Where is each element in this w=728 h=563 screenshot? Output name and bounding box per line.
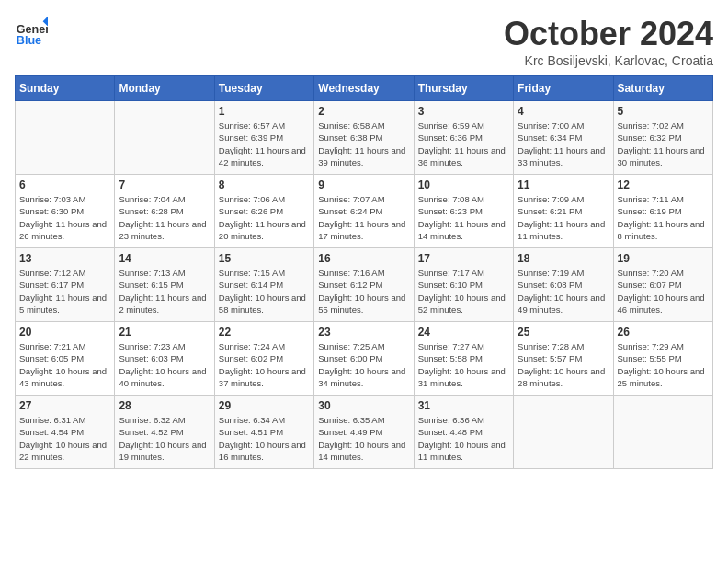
calendar-week-row: 6Sunrise: 7:03 AM Sunset: 6:30 PM Daylig… bbox=[16, 175, 713, 248]
title-area: October 2024 Krc Bosiljevski, Karlovac, … bbox=[504, 15, 713, 68]
day-info: Sunrise: 7:15 AM Sunset: 6:14 PM Dayligh… bbox=[219, 267, 310, 316]
day-number: 6 bbox=[19, 178, 110, 191]
day-number: 19 bbox=[618, 252, 709, 265]
table-row: 18Sunrise: 7:19 AM Sunset: 6:08 PM Dayli… bbox=[514, 248, 613, 322]
day-info: Sunrise: 6:35 AM Sunset: 4:49 PM Dayligh… bbox=[318, 414, 409, 463]
day-info: Sunrise: 7:03 AM Sunset: 6:30 PM Dayligh… bbox=[19, 193, 110, 242]
day-info: Sunrise: 7:06 AM Sunset: 6:26 PM Dayligh… bbox=[219, 193, 310, 242]
table-row: 10Sunrise: 7:08 AM Sunset: 6:23 PM Dayli… bbox=[414, 175, 513, 248]
table-row: 12Sunrise: 7:11 AM Sunset: 6:19 PM Dayli… bbox=[613, 175, 712, 248]
day-number: 8 bbox=[219, 178, 310, 191]
col-thursday: Thursday bbox=[414, 76, 513, 101]
table-row: 25Sunrise: 7:28 AM Sunset: 5:57 PM Dayli… bbox=[514, 322, 613, 396]
day-number: 5 bbox=[618, 105, 709, 118]
svg-text:Blue: Blue bbox=[17, 34, 41, 47]
table-row: 22Sunrise: 7:24 AM Sunset: 6:02 PM Dayli… bbox=[214, 322, 313, 396]
col-friday: Friday bbox=[514, 76, 613, 101]
table-row: 4Sunrise: 7:00 AM Sunset: 6:34 PM Daylig… bbox=[514, 101, 613, 175]
day-number: 28 bbox=[119, 399, 210, 412]
day-info: Sunrise: 7:11 AM Sunset: 6:19 PM Dayligh… bbox=[618, 193, 709, 242]
day-info: Sunrise: 6:57 AM Sunset: 6:39 PM Dayligh… bbox=[219, 120, 310, 168]
table-row: 27Sunrise: 6:31 AM Sunset: 4:54 PM Dayli… bbox=[16, 396, 115, 469]
table-row: 11Sunrise: 7:09 AM Sunset: 6:21 PM Dayli… bbox=[514, 175, 613, 248]
calendar-week-row: 27Sunrise: 6:31 AM Sunset: 4:54 PM Dayli… bbox=[16, 396, 713, 469]
table-row: 29Sunrise: 6:34 AM Sunset: 4:51 PM Dayli… bbox=[214, 396, 313, 469]
day-info: Sunrise: 7:08 AM Sunset: 6:23 PM Dayligh… bbox=[418, 193, 509, 242]
table-row bbox=[16, 101, 115, 175]
table-row: 1Sunrise: 6:57 AM Sunset: 6:39 PM Daylig… bbox=[214, 101, 313, 175]
logo: General Blue bbox=[15, 15, 48, 48]
day-info: Sunrise: 6:31 AM Sunset: 4:54 PM Dayligh… bbox=[19, 414, 110, 463]
table-row: 6Sunrise: 7:03 AM Sunset: 6:30 PM Daylig… bbox=[16, 175, 115, 248]
day-number: 26 bbox=[618, 326, 709, 339]
table-row: 31Sunrise: 6:36 AM Sunset: 4:48 PM Dayli… bbox=[414, 396, 513, 469]
day-number: 11 bbox=[518, 178, 609, 191]
day-info: Sunrise: 6:58 AM Sunset: 6:38 PM Dayligh… bbox=[318, 120, 409, 168]
table-row: 8Sunrise: 7:06 AM Sunset: 6:26 PM Daylig… bbox=[214, 175, 313, 248]
table-row: 28Sunrise: 6:32 AM Sunset: 4:52 PM Dayli… bbox=[115, 396, 214, 469]
calendar-header-row: Sunday Monday Tuesday Wednesday Thursday… bbox=[16, 76, 713, 101]
day-info: Sunrise: 7:13 AM Sunset: 6:15 PM Dayligh… bbox=[119, 267, 210, 316]
day-number: 12 bbox=[618, 178, 709, 191]
day-info: Sunrise: 7:04 AM Sunset: 6:28 PM Dayligh… bbox=[119, 193, 210, 242]
day-info: Sunrise: 7:00 AM Sunset: 6:34 PM Dayligh… bbox=[518, 120, 609, 168]
day-number: 23 bbox=[318, 326, 409, 339]
table-row: 26Sunrise: 7:29 AM Sunset: 5:55 PM Dayli… bbox=[613, 322, 712, 396]
day-number: 20 bbox=[19, 326, 110, 339]
table-row: 3Sunrise: 6:59 AM Sunset: 6:36 PM Daylig… bbox=[414, 101, 513, 175]
day-number: 22 bbox=[219, 326, 310, 339]
table-row: 9Sunrise: 7:07 AM Sunset: 6:24 PM Daylig… bbox=[314, 175, 414, 248]
table-row: 17Sunrise: 7:17 AM Sunset: 6:10 PM Dayli… bbox=[414, 248, 513, 322]
day-number: 1 bbox=[219, 105, 310, 118]
day-number: 18 bbox=[518, 252, 609, 265]
table-row: 2Sunrise: 6:58 AM Sunset: 6:38 PM Daylig… bbox=[314, 101, 414, 175]
table-row bbox=[613, 396, 712, 469]
day-number: 17 bbox=[418, 252, 509, 265]
col-tuesday: Tuesday bbox=[214, 76, 313, 101]
day-info: Sunrise: 7:02 AM Sunset: 6:32 PM Dayligh… bbox=[618, 120, 709, 168]
location-subtitle: Krc Bosiljevski, Karlovac, Croatia bbox=[504, 53, 713, 68]
table-row: 15Sunrise: 7:15 AM Sunset: 6:14 PM Dayli… bbox=[214, 248, 313, 322]
day-number: 2 bbox=[318, 105, 409, 118]
table-row: 14Sunrise: 7:13 AM Sunset: 6:15 PM Dayli… bbox=[115, 248, 214, 322]
day-number: 21 bbox=[119, 326, 210, 339]
day-info: Sunrise: 6:32 AM Sunset: 4:52 PM Dayligh… bbox=[119, 414, 210, 463]
table-row: 24Sunrise: 7:27 AM Sunset: 5:58 PM Dayli… bbox=[414, 322, 513, 396]
col-sunday: Sunday bbox=[16, 76, 115, 101]
day-info: Sunrise: 7:27 AM Sunset: 5:58 PM Dayligh… bbox=[418, 340, 509, 389]
calendar-week-row: 20Sunrise: 7:21 AM Sunset: 6:05 PM Dayli… bbox=[16, 322, 713, 396]
day-info: Sunrise: 7:07 AM Sunset: 6:24 PM Dayligh… bbox=[318, 193, 409, 242]
day-info: Sunrise: 7:23 AM Sunset: 6:03 PM Dayligh… bbox=[119, 340, 210, 389]
table-row: 20Sunrise: 7:21 AM Sunset: 6:05 PM Dayli… bbox=[16, 322, 115, 396]
day-number: 3 bbox=[418, 105, 509, 118]
table-row: 13Sunrise: 7:12 AM Sunset: 6:17 PM Dayli… bbox=[16, 248, 115, 322]
day-info: Sunrise: 6:34 AM Sunset: 4:51 PM Dayligh… bbox=[219, 414, 310, 463]
calendar-week-row: 1Sunrise: 6:57 AM Sunset: 6:39 PM Daylig… bbox=[16, 101, 713, 175]
table-row: 19Sunrise: 7:20 AM Sunset: 6:07 PM Dayli… bbox=[613, 248, 712, 322]
day-info: Sunrise: 7:16 AM Sunset: 6:12 PM Dayligh… bbox=[318, 267, 409, 316]
col-saturday: Saturday bbox=[613, 76, 712, 101]
table-row: 5Sunrise: 7:02 AM Sunset: 6:32 PM Daylig… bbox=[613, 101, 712, 175]
day-info: Sunrise: 7:28 AM Sunset: 5:57 PM Dayligh… bbox=[518, 340, 609, 389]
day-info: Sunrise: 7:20 AM Sunset: 6:07 PM Dayligh… bbox=[618, 267, 709, 316]
day-number: 15 bbox=[219, 252, 310, 265]
day-number: 27 bbox=[19, 399, 110, 412]
col-wednesday: Wednesday bbox=[314, 76, 414, 101]
table-row: 21Sunrise: 7:23 AM Sunset: 6:03 PM Dayli… bbox=[115, 322, 214, 396]
day-number: 16 bbox=[318, 252, 409, 265]
day-number: 10 bbox=[418, 178, 509, 191]
day-info: Sunrise: 7:24 AM Sunset: 6:02 PM Dayligh… bbox=[219, 340, 310, 389]
table-row: 7Sunrise: 7:04 AM Sunset: 6:28 PM Daylig… bbox=[115, 175, 214, 248]
day-number: 24 bbox=[418, 326, 509, 339]
col-monday: Monday bbox=[115, 76, 214, 101]
day-number: 29 bbox=[219, 399, 310, 412]
logo-icon: General Blue bbox=[15, 15, 48, 48]
table-row: 30Sunrise: 6:35 AM Sunset: 4:49 PM Dayli… bbox=[314, 396, 414, 469]
day-number: 9 bbox=[318, 178, 409, 191]
month-title: October 2024 bbox=[504, 15, 713, 53]
day-info: Sunrise: 6:36 AM Sunset: 4:48 PM Dayligh… bbox=[418, 414, 509, 463]
day-number: 25 bbox=[518, 326, 609, 339]
day-info: Sunrise: 7:29 AM Sunset: 5:55 PM Dayligh… bbox=[618, 340, 709, 389]
day-info: Sunrise: 7:12 AM Sunset: 6:17 PM Dayligh… bbox=[19, 267, 110, 316]
day-info: Sunrise: 7:21 AM Sunset: 6:05 PM Dayligh… bbox=[19, 340, 110, 389]
